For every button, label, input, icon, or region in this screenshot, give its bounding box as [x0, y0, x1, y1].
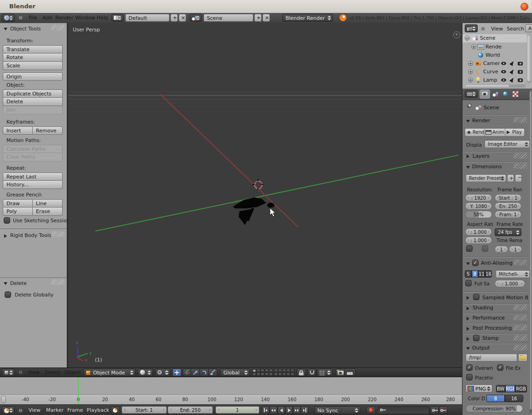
- outliner-row-camera[interactable]: + Camera: [462, 59, 527, 68]
- panel-drag-grip[interactable]: [514, 335, 527, 341]
- properties-vertical-scrollbar[interactable]: [529, 89, 532, 413]
- color-mode-rgb-button[interactable]: RGB: [505, 385, 515, 392]
- render-engine-selector[interactable]: Blender Render: [282, 14, 333, 22]
- timeline-editor[interactable]: -40 -20 0 20 40 60 80 100 120 140 160 18…: [0, 377, 462, 404]
- preset-remove-button[interactable]: −: [515, 174, 522, 182]
- tab-render-layers[interactable]: [511, 90, 520, 98]
- remap-old-field[interactable]: 1: [495, 246, 508, 253]
- motion-blur-checkbox[interactable]: [473, 294, 479, 300]
- layout-add-button[interactable]: +: [170, 14, 178, 22]
- compression-slider[interactable]: Compression: 90%: [466, 405, 523, 412]
- panel-collapsed-icon[interactable]: [467, 154, 469, 158]
- editor-type-button-outliner[interactable]: [465, 24, 478, 32]
- sync-mode-dropdown[interactable]: No Sync: [314, 406, 360, 414]
- collapse-menus-icon[interactable]: ⊖: [18, 408, 23, 414]
- pivot-point-dropdown[interactable]: [155, 368, 170, 376]
- full-sample-checkbox[interactable]: [465, 280, 472, 286]
- render-visibility-icon[interactable]: [518, 62, 523, 65]
- panel-drag-grip[interactable]: [51, 279, 65, 285]
- manipulator-translate-button[interactable]: [182, 368, 191, 376]
- panel-drag-grip[interactable]: [514, 325, 527, 331]
- outliner-horizontal-scrollbar[interactable]: [465, 84, 526, 88]
- manipulator-rotate-button[interactable]: [200, 368, 209, 376]
- anti-aliasing-panel-title[interactable]: Anti-Aliasing: [481, 260, 513, 266]
- next-keyframe-button[interactable]: [293, 406, 301, 414]
- auto-keyframe-record-button[interactable]: [366, 406, 376, 414]
- color-mode-rgba-button[interactable]: RGB: [515, 385, 527, 392]
- performance-panel-title[interactable]: Performance: [473, 315, 505, 321]
- outliner-vertical-scrollbar[interactable]: [527, 34, 531, 83]
- frame-end-field[interactable]: End: 250: [168, 406, 213, 414]
- tab-world[interactable]: [501, 90, 510, 98]
- dimensions-panel-title[interactable]: Dimensions: [472, 164, 502, 170]
- panel-expand-icon[interactable]: [466, 166, 470, 169]
- jump-to-start-button[interactable]: [262, 406, 269, 414]
- render-visibility-icon[interactable]: [518, 70, 523, 74]
- resolution-percent-slider[interactable]: 50%: [465, 211, 492, 218]
- region-expand-plus-icon[interactable]: +: [453, 31, 460, 38]
- menu-help[interactable]: Help: [97, 15, 108, 21]
- panel-expand-icon[interactable]: [466, 262, 470, 265]
- selectable-cursor-icon[interactable]: [509, 69, 515, 75]
- color-depth-16-button[interactable]: 16: [505, 395, 523, 402]
- current-frame-playhead[interactable]: [78, 377, 79, 404]
- layers-grid-left[interactable]: [252, 369, 273, 376]
- fps-dropdown[interactable]: 24 fps: [495, 228, 521, 236]
- file-extensions-checkbox[interactable]: ✓: [497, 364, 503, 371]
- placeholders-checkbox[interactable]: [466, 374, 473, 380]
- layers-grid-right[interactable]: [274, 369, 294, 376]
- previous-keyframe-button[interactable]: [269, 406, 277, 414]
- panel-drag-grip[interactable]: [514, 117, 527, 123]
- color-depth-8-button[interactable]: 8: [486, 395, 505, 402]
- opengl-render-anim-button[interactable]: [345, 368, 356, 376]
- panel-collapsed-icon[interactable]: [467, 337, 469, 341]
- outliner-search-menu[interactable]: Search: [507, 26, 524, 32]
- file-format-dropdown[interactable]: PNG: [466, 385, 492, 392]
- anti-aliasing-checkbox[interactable]: ✓: [472, 260, 479, 266]
- rotate-button[interactable]: Rotate: [3, 53, 63, 62]
- snap-toggle-button[interactable]: [308, 368, 316, 376]
- stamp-checkbox[interactable]: [473, 335, 479, 341]
- play-reverse-button[interactable]: [277, 406, 285, 414]
- grease-draw-button[interactable]: Draw: [3, 199, 33, 208]
- translate-button[interactable]: Translate: [3, 45, 63, 53]
- panel-expand-icon[interactable]: [4, 282, 7, 285]
- editor-type-button-properties[interactable]: [465, 90, 478, 98]
- scrollbar-end-cap[interactable]: [1, 396, 6, 403]
- panel-drag-grip[interactable]: [514, 345, 527, 350]
- menu-window[interactable]: Window: [75, 15, 95, 21]
- display-mode-dropdown[interactable]: Image Editor: [485, 140, 530, 148]
- tab-render[interactable]: [480, 90, 490, 98]
- outliner-row-lamp[interactable]: + Lamp: [462, 76, 527, 84]
- remap-new-field[interactable]: 1: [509, 246, 522, 253]
- join-button[interactable]: Join: [3, 106, 63, 114]
- panel-drag-grip[interactable]: [514, 163, 527, 169]
- preview-range-clock-button[interactable]: [111, 406, 120, 414]
- clear-paths-button[interactable]: Clear Paths: [3, 153, 63, 161]
- menu-add[interactable]: Add: [42, 15, 52, 21]
- window-close-button[interactable]: [520, 3, 528, 11]
- panel-collapsed-icon[interactable]: [467, 317, 469, 320]
- menu-render[interactable]: Render: [55, 15, 73, 21]
- menu-file[interactable]: File: [29, 15, 37, 21]
- panel-expand-icon[interactable]: [466, 347, 470, 350]
- color-mode-bw-button[interactable]: BW: [496, 385, 505, 392]
- tab-scene[interactable]: [491, 90, 500, 98]
- scrollbar-thumb[interactable]: [530, 91, 532, 409]
- expand-icon[interactable]: +: [468, 69, 473, 74]
- play-rendered-button[interactable]: Play: [505, 128, 525, 136]
- aa-samples-5-button[interactable]: 5: [465, 270, 472, 278]
- outliner-filter-dropdown[interactable]: A: [525, 24, 532, 32]
- resolution-y-field[interactable]: Y: 1080: [465, 202, 492, 210]
- render-presets-dropdown[interactable]: Render Presets: [466, 174, 506, 182]
- timeline-menu-frame[interactable]: Frame: [67, 407, 83, 413]
- resolution-x-field[interactable]: : 1920: [465, 194, 492, 202]
- panel-expand-icon[interactable]: [466, 120, 470, 123]
- eye-visibility-icon[interactable]: [501, 62, 506, 65]
- current-frame-field[interactable]: 1: [216, 406, 259, 414]
- scale-button[interactable]: Scale: [3, 62, 63, 70]
- panel-collapsed-icon[interactable]: [467, 327, 469, 331]
- timeline-menu-view[interactable]: View: [29, 407, 41, 413]
- panel-drag-grip[interactable]: [51, 231, 65, 237]
- aa-samples-11-button[interactable]: 11: [478, 270, 485, 278]
